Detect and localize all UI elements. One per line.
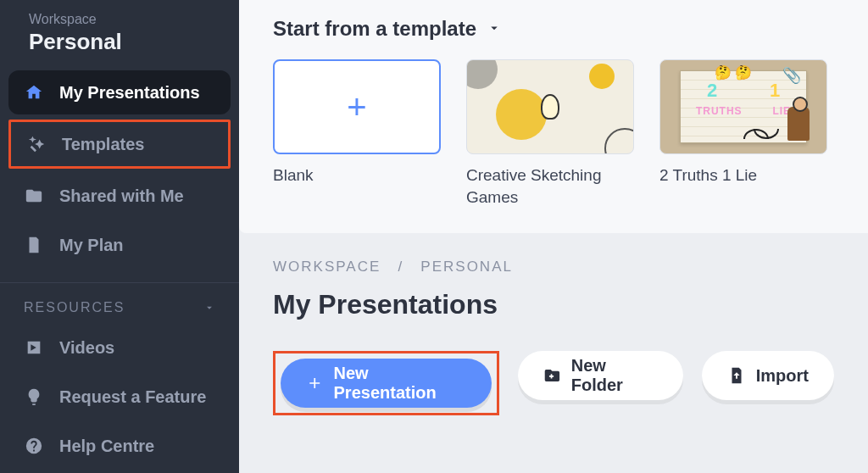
workspace-header[interactable]: Workspace Personal bbox=[0, 12, 239, 65]
sidebar-item-label: Templates bbox=[62, 135, 144, 154]
sidebar-item-my-presentations[interactable]: My Presentations bbox=[8, 70, 231, 114]
divider bbox=[0, 282, 239, 283]
plus-icon bbox=[306, 374, 324, 392]
button-label: Import bbox=[756, 366, 809, 386]
new-presentation-highlight: New Presentation bbox=[273, 351, 499, 415]
sidebar-item-shared[interactable]: Shared with Me bbox=[8, 174, 231, 218]
new-presentation-button[interactable]: New Presentation bbox=[281, 359, 492, 408]
page-title: My Presentations bbox=[273, 289, 834, 320]
breadcrumb-current: PERSONAL bbox=[420, 259, 513, 275]
sidebar-item-templates[interactable]: Templates bbox=[8, 120, 231, 169]
emoji-icon: 🤔 bbox=[735, 64, 752, 81]
play-icon bbox=[24, 337, 44, 358]
invoice-icon bbox=[24, 235, 44, 255]
template-card-creative-sketching[interactable]: Creative Sketching Games bbox=[466, 59, 634, 208]
workspace-name: Personal bbox=[29, 29, 219, 55]
caret-down-icon bbox=[487, 17, 502, 41]
folder-shared-icon bbox=[24, 186, 44, 206]
action-bar: New Presentation New Folder Import bbox=[273, 351, 834, 415]
sidebar-item-label: Shared with Me bbox=[59, 186, 184, 206]
resources-label: RESOURCES bbox=[24, 300, 125, 315]
chevron-down-icon bbox=[203, 302, 215, 314]
plus-icon: + bbox=[347, 90, 366, 124]
template-thumb-truths: 🤔 🤔 📎 21 TRUTHSLIE bbox=[659, 59, 827, 154]
help-icon bbox=[24, 436, 44, 456]
resources-section-toggle[interactable]: RESOURCES bbox=[0, 288, 239, 320]
sidebar-item-label: Videos bbox=[59, 338, 114, 358]
template-strip-title: Start from a template bbox=[273, 17, 476, 41]
sidebar-item-my-plan[interactable]: My Plan bbox=[8, 223, 231, 267]
resources-nav: Videos Request a Feature Help Centre bbox=[0, 320, 239, 473]
breadcrumb-sep: / bbox=[398, 259, 403, 275]
breadcrumb: WORKSPACE / PERSONAL bbox=[273, 259, 834, 275]
sidebar: Workspace Personal My Presentations Temp… bbox=[0, 0, 239, 473]
sidebar-item-label: Request a Feature bbox=[59, 387, 206, 407]
sidebar-item-request-feature[interactable]: Request a Feature bbox=[8, 375, 231, 419]
template-card-truths-lie[interactable]: 🤔 🤔 📎 21 TRUTHSLIE 2 Truths 1 Lie bbox=[659, 59, 827, 208]
new-folder-button[interactable]: New Folder bbox=[518, 351, 683, 400]
breadcrumb-root[interactable]: WORKSPACE bbox=[273, 259, 381, 275]
main-content: Start from a template + Blank Creative bbox=[239, 0, 868, 473]
button-label: New Presentation bbox=[334, 364, 466, 403]
template-cards: + Blank Creative Sketching Games 🤔 🤔 bbox=[273, 59, 834, 208]
template-strip-heading[interactable]: Start from a template bbox=[273, 17, 834, 41]
folder-plus-icon bbox=[543, 366, 561, 385]
wand-icon bbox=[26, 134, 47, 154]
import-icon bbox=[727, 366, 746, 385]
template-card-label: Creative Sketching Games bbox=[466, 164, 634, 208]
sidebar-item-label: My Plan bbox=[59, 236, 124, 255]
sidebar-item-videos[interactable]: Videos bbox=[8, 326, 231, 370]
template-thumb-blank: + bbox=[273, 59, 441, 154]
sidebar-item-label: Help Centre bbox=[59, 437, 154, 456]
home-icon bbox=[24, 82, 44, 103]
template-card-label: Blank bbox=[273, 164, 441, 186]
sidebar-item-label: My Presentations bbox=[59, 83, 200, 103]
sidebar-item-help-centre[interactable]: Help Centre bbox=[8, 424, 231, 468]
workspace-label: Workspace bbox=[29, 12, 219, 27]
primary-nav: My Presentations Templates Shared with M… bbox=[0, 65, 239, 277]
template-strip: Start from a template + Blank Creative bbox=[239, 0, 868, 233]
bulb-icon bbox=[24, 387, 44, 407]
button-label: New Folder bbox=[571, 356, 658, 395]
template-card-label: 2 Truths 1 Lie bbox=[659, 164, 827, 186]
import-button[interactable]: Import bbox=[702, 351, 834, 400]
template-card-blank[interactable]: + Blank bbox=[273, 59, 441, 208]
emoji-icon: 🤔 bbox=[715, 64, 732, 81]
workspace-area: WORKSPACE / PERSONAL My Presentations Ne… bbox=[239, 233, 868, 473]
template-thumb-sketching bbox=[466, 59, 634, 154]
